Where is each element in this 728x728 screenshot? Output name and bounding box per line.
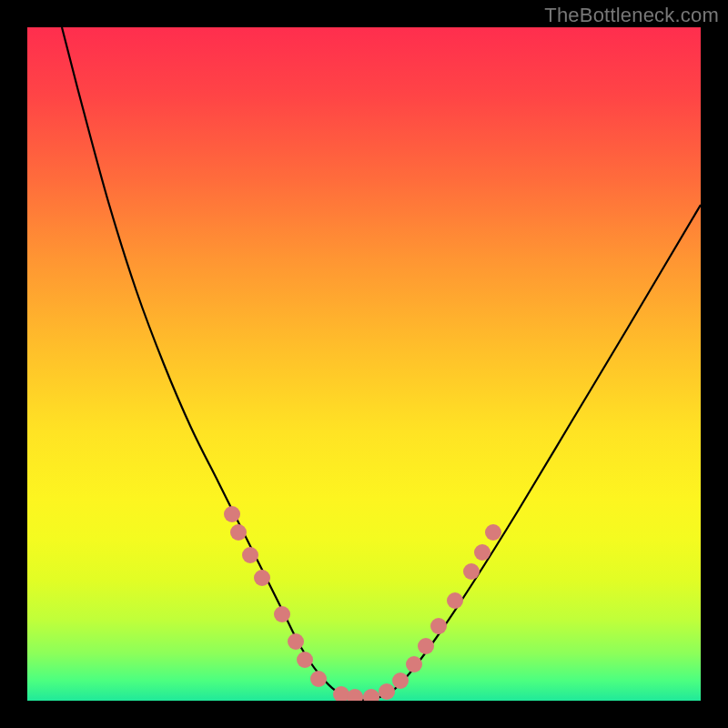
highlight-dot	[363, 689, 379, 701]
highlight-dot	[288, 633, 304, 650]
highlight-dot	[379, 683, 395, 700]
plot-area	[27, 27, 701, 701]
curve-svg	[27, 27, 701, 701]
highlight-dot	[430, 618, 447, 634]
highlight-dot	[418, 638, 434, 654]
highlight-dot	[274, 606, 290, 622]
watermark-text: TheBottleneck.com	[544, 4, 719, 27]
highlight-dot	[254, 570, 270, 586]
dots-group	[224, 506, 501, 701]
highlight-dot	[347, 689, 363, 701]
bottleneck-curve	[62, 27, 701, 700]
highlight-dot	[230, 524, 247, 541]
highlight-dot	[406, 656, 422, 672]
highlight-dot	[242, 547, 258, 563]
highlight-dot	[463, 563, 480, 580]
highlight-dot	[224, 506, 240, 522]
highlight-dot	[474, 544, 490, 561]
figure-frame: TheBottleneck.com	[0, 0, 728, 728]
highlight-dot	[447, 592, 463, 609]
highlight-dot	[297, 652, 313, 668]
highlight-dot	[485, 524, 501, 541]
highlight-dot	[310, 671, 327, 687]
highlight-dot	[392, 672, 409, 689]
